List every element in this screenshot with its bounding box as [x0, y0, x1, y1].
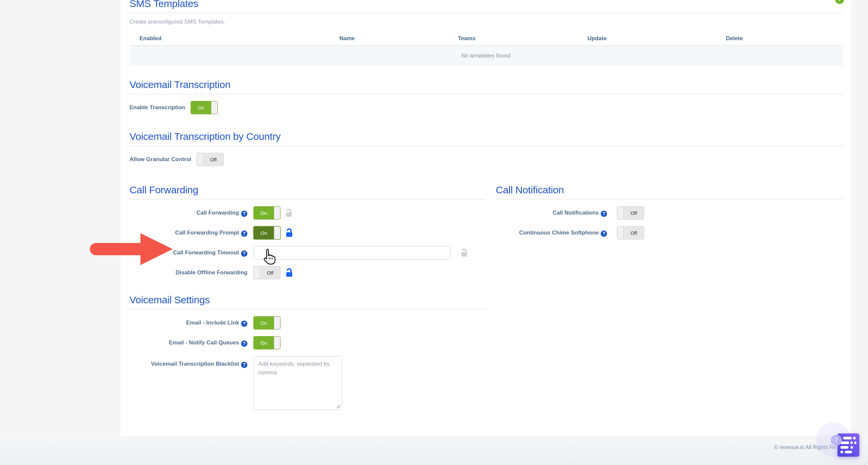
- settings-page: { "icons": { "help_glyph": "?", "add_gly…: [0, 0, 868, 465]
- resize-handle-icon[interactable]: [336, 404, 340, 408]
- toggle-knob: [274, 226, 280, 239]
- sms-templates-section-header: SMS Templates: [129, 0, 843, 13]
- toggle-state-label: Off: [624, 230, 637, 236]
- templates-empty-row: No templates found.: [129, 46, 843, 66]
- call-forwarding-prompt-label: Call Forwarding Prompt: [175, 229, 239, 236]
- disable-offline-forwarding-label: Disable Offline Forwarding: [176, 269, 247, 276]
- call-forwarding-prompt-row: Call Forwarding Prompt? On: [129, 226, 486, 240]
- call-notifications-row: Call Notifications? Off: [496, 206, 843, 220]
- email-include-link-label: Email - Include Link: [186, 319, 239, 326]
- settings-card: SMS Templates + Create preconfigured SMS…: [121, 0, 851, 436]
- call-forwarding-row: Call Forwarding? On: [129, 206, 486, 220]
- toggle-knob: [617, 226, 624, 239]
- call-notifications-toggle[interactable]: Off: [617, 206, 644, 220]
- call-notification-section-header: Call Notification: [496, 184, 843, 199]
- unlock-icon[interactable]: [284, 208, 294, 218]
- unlock-icon[interactable]: [459, 248, 469, 258]
- toggle-knob: [254, 267, 260, 279]
- help-icon[interactable]: ?: [241, 230, 247, 237]
- column-header-enabled: Enabled: [140, 35, 161, 42]
- voicemail-settings-title: Voicemail Settings: [129, 294, 486, 306]
- email-notify-call-queues-label: Email - Notify Call Queues: [169, 339, 239, 346]
- column-header-name: Name: [339, 35, 354, 42]
- footer: [0, 436, 868, 465]
- call-forwarding-prompt-toggle[interactable]: On: [253, 226, 281, 240]
- unlock-icon[interactable]: [284, 268, 294, 278]
- continuous-chime-softphone-toggle[interactable]: Off: [617, 226, 644, 240]
- toggle-state-label: Off: [624, 210, 637, 216]
- help-icon[interactable]: ?: [601, 211, 607, 217]
- empty-message: No templates found.: [461, 53, 512, 59]
- voicemail-transcription-title: Voicemail Transcription: [129, 79, 843, 90]
- toggle-knob: [617, 207, 624, 219]
- sms-templates-description: Create preconfigured SMS Templates.: [129, 19, 843, 25]
- column-header-teams: Teams: [458, 35, 475, 42]
- templates-table-header: Enabled Name Teams Update Delete: [129, 32, 843, 46]
- vt-by-country-title: Voicemail Transcription by Country: [129, 131, 843, 142]
- toggle-state-label: On: [260, 210, 273, 216]
- email-notify-call-queues-toggle[interactable]: On: [253, 336, 281, 349]
- call-forwarding-toggle[interactable]: On: [253, 206, 281, 220]
- continuous-chime-softphone-label: Continuous Chime Softphone: [519, 229, 599, 236]
- call-notifications-label: Call Notifications: [553, 210, 599, 216]
- call-forwarding-timeout-label: Call Forwarding Timeout: [173, 249, 239, 256]
- help-icon[interactable]: ?: [241, 250, 247, 257]
- call-forwarding-timeout-row: Call Forwarding Timeout?: [129, 246, 486, 259]
- call-forwarding-title: Call Forwarding: [129, 184, 486, 196]
- toggle-state-label: On: [260, 230, 273, 236]
- enable-transcription-row: Enable Transcription On: [129, 101, 843, 114]
- toggle-knob: [274, 337, 280, 349]
- toggle-knob: [274, 316, 280, 329]
- toggle-state-label: On: [198, 105, 211, 111]
- disable-offline-forwarding-row: Disable Offline Forwarding Off: [129, 266, 486, 279]
- unlock-icon[interactable]: [284, 227, 294, 238]
- toggle-knob: [274, 207, 280, 219]
- toggle-knob: [197, 153, 203, 166]
- call-forwarding-timeout-input[interactable]: [253, 246, 451, 259]
- email-include-link-row: Email - Include Link? On: [129, 316, 486, 330]
- allow-granular-control-label: Allow Granular Control: [129, 156, 191, 163]
- toggle-state-label: Off: [204, 157, 217, 162]
- voicemail-transcription-section-header: Voicemail Transcription: [129, 79, 843, 94]
- help-icon[interactable]: ?: [601, 230, 607, 237]
- help-icon[interactable]: ?: [241, 362, 247, 368]
- column-header-delete: Delete: [726, 35, 743, 42]
- sms-templates-title: SMS Templates: [129, 0, 843, 9]
- chat-widget-icon: [840, 437, 857, 439]
- call-notification-title: Call Notification: [496, 184, 843, 196]
- column-header-update: Update: [587, 35, 607, 42]
- voicemail-transcription-blacklist-label: Voicemail Transcription Blacklist: [151, 361, 239, 367]
- help-icon[interactable]: ?: [241, 211, 247, 217]
- call-forwarding-section-header: Call Forwarding: [129, 184, 486, 199]
- allow-granular-control-toggle[interactable]: Off: [196, 153, 224, 166]
- toggle-state-label: On: [260, 320, 273, 326]
- help-icon[interactable]: ?: [241, 340, 247, 347]
- chat-unread-badge[interactable]: 7: [831, 435, 842, 446]
- allow-granular-control-row: Allow Granular Control Off: [129, 153, 843, 166]
- enable-transcription-toggle[interactable]: On: [191, 101, 218, 114]
- disable-offline-forwarding-toggle[interactable]: Off: [253, 266, 281, 279]
- continuous-chime-softphone-row: Continuous Chime Softphone? Off: [496, 226, 843, 240]
- enable-transcription-label: Enable Transcription: [129, 104, 185, 111]
- toggle-state-label: Off: [261, 270, 274, 276]
- email-include-link-toggle[interactable]: On: [253, 316, 281, 330]
- call-forwarding-label: Call Forwarding: [196, 210, 239, 216]
- voicemail-transcription-blacklist-textarea[interactable]: [253, 356, 342, 410]
- toggle-knob: [211, 101, 217, 114]
- vt-by-country-section-header: Voicemail Transcription by Country: [129, 131, 843, 146]
- voicemail-settings-section-header: Voicemail Settings: [129, 294, 486, 310]
- help-icon[interactable]: ?: [241, 320, 247, 327]
- voicemail-transcription-blacklist-row: Voicemail Transcription Blacklist?: [129, 356, 486, 411]
- email-notify-call-queues-row: Email - Notify Call Queues? On: [129, 336, 486, 349]
- toggle-state-label: On: [260, 340, 273, 346]
